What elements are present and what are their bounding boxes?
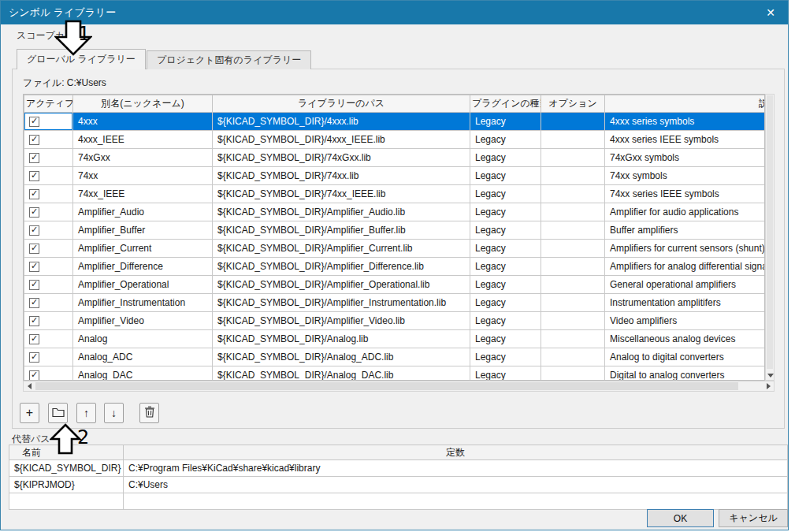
active-cell[interactable] — [24, 131, 73, 149]
library-path-cell[interactable]: ${KICAD_SYMBOL_DIR}/4xxx.lib — [213, 113, 470, 131]
active-cell[interactable] — [24, 240, 73, 258]
active-cell[interactable] — [24, 167, 73, 185]
nickname-cell[interactable]: Analog — [73, 330, 213, 348]
path-name-cell[interactable]: ${KICAD_SYMBOL_DIR} — [9, 460, 124, 477]
options-cell[interactable] — [541, 240, 605, 258]
library-row[interactable]: 4xxx${KICAD_SYMBOL_DIR}/4xxx.libLegacy4x… — [24, 113, 766, 131]
active-checkbox[interactable] — [29, 117, 39, 127]
library-path-cell[interactable]: ${KICAD_SYMBOL_DIR}/74xx_IEEE.lib — [213, 185, 470, 203]
active-checkbox[interactable] — [29, 352, 39, 363]
path-row[interactable]: ${KIPRJMOD}C:¥Users — [9, 477, 788, 493]
add-library-button[interactable]: + — [20, 403, 39, 423]
options-cell[interactable] — [541, 276, 605, 294]
plugin-type-cell[interactable]: Legacy — [470, 149, 541, 167]
library-row[interactable]: Amplifier_Difference${KICAD_SYMBOL_DIR}/… — [24, 258, 766, 276]
library-row[interactable]: 74xx_IEEE${KICAD_SYMBOL_DIR}/74xx_IEEE.l… — [24, 185, 766, 203]
description-cell[interactable]: 4xxx series symbols — [605, 113, 766, 131]
active-cell[interactable] — [24, 294, 73, 312]
col-header-options[interactable]: オプション — [541, 95, 605, 113]
active-cell[interactable] — [24, 366, 73, 381]
options-cell[interactable] — [541, 131, 605, 149]
nickname-cell[interactable]: 4xxx_IEEE — [73, 131, 213, 149]
active-cell[interactable] — [24, 221, 73, 240]
library-path-cell[interactable]: ${KICAD_SYMBOL_DIR}/74xGxx.lib — [213, 149, 470, 167]
library-path-cell[interactable]: ${KICAD_SYMBOL_DIR}/Amplifier_Buffer.lib — [213, 221, 470, 240]
plugin-type-cell[interactable]: Legacy — [470, 185, 541, 203]
scroll-left-icon[interactable] — [25, 383, 33, 389]
active-checkbox[interactable] — [29, 171, 39, 181]
library-row[interactable]: Amplifier_Buffer${KICAD_SYMBOL_DIR}/Ampl… — [24, 221, 766, 240]
active-cell[interactable] — [24, 113, 73, 131]
library-path-cell[interactable]: ${KICAD_SYMBOL_DIR}/4xxx_IEEE.lib — [213, 131, 470, 149]
plugin-type-cell[interactable]: Legacy — [470, 330, 541, 348]
path-row[interactable]: ${KICAD_SYMBOL_DIR}C:¥Program Files¥KiCa… — [9, 460, 788, 477]
active-cell[interactable] — [24, 312, 73, 330]
active-checkbox[interactable] — [29, 189, 39, 199]
description-cell[interactable]: Instrumentation amplitifers — [605, 294, 766, 312]
options-cell[interactable] — [541, 348, 605, 366]
description-cell[interactable]: 74xx symbols — [605, 167, 766, 185]
library-row[interactable]: Amplifier_Instrumentation${KICAD_SYMBOL_… — [24, 294, 766, 312]
description-cell[interactable]: 74xGxx symbols — [605, 149, 766, 167]
library-path-cell[interactable]: ${KICAD_SYMBOL_DIR}/74xx.lib — [213, 167, 470, 185]
plugin-type-cell[interactable]: Legacy — [470, 167, 541, 185]
browse-libraries-button[interactable] — [48, 403, 68, 423]
library-row[interactable]: 74xx${KICAD_SYMBOL_DIR}/74xx.libLegacy74… — [24, 167, 766, 185]
delete-library-button[interactable] — [139, 403, 159, 423]
vertical-scrollbar[interactable] — [765, 94, 775, 381]
options-cell[interactable] — [541, 149, 605, 167]
nickname-cell[interactable]: 74xGxx — [73, 149, 213, 167]
nickname-cell[interactable]: Analog_ADC — [73, 348, 213, 366]
active-checkbox[interactable] — [29, 316, 39, 326]
horizontal-scrollbar[interactable] — [23, 381, 775, 392]
nickname-cell[interactable]: Amplifier_Instrumentation — [73, 294, 213, 312]
active-cell[interactable] — [24, 185, 73, 203]
active-checkbox[interactable] — [29, 135, 39, 145]
path-value-cell[interactable]: C:¥Program Files¥KiCad¥share¥kicad¥libra… — [124, 460, 788, 477]
description-cell[interactable]: Amplifier for audio applications — [605, 203, 766, 221]
active-cell[interactable] — [24, 149, 73, 167]
path-name-cell[interactable]: ${KIPRJMOD} — [9, 477, 124, 493]
cancel-button[interactable]: キャンセル — [719, 509, 788, 527]
library-row[interactable]: Amplifier_Operational${KICAD_SYMBOL_DIR}… — [24, 276, 766, 294]
library-row[interactable]: Analog_DAC${KICAD_SYMBOL_DIR}/Analog_DAC… — [24, 366, 766, 381]
nickname-cell[interactable]: Analog_DAC — [73, 366, 213, 381]
library-path-cell[interactable]: ${KICAD_SYMBOL_DIR}/Amplifier_Difference… — [213, 258, 470, 276]
library-path-cell[interactable]: ${KICAD_SYMBOL_DIR}/Amplifier_Video.lib — [213, 312, 470, 330]
plugin-type-cell[interactable]: Legacy — [470, 366, 541, 381]
active-checkbox[interactable] — [29, 207, 39, 218]
description-cell[interactable]: Digital to analog converters — [605, 366, 766, 381]
description-cell[interactable]: Analog to digital converters — [605, 348, 766, 366]
description-cell[interactable]: 4xxx series IEEE symbols — [605, 131, 766, 149]
nickname-cell[interactable]: 74xx_IEEE — [73, 185, 213, 203]
library-path-cell[interactable]: ${KICAD_SYMBOL_DIR}/Amplifier_Audio.lib — [213, 203, 470, 221]
ok-button[interactable]: OK — [647, 509, 714, 527]
nickname-cell[interactable]: Amplifier_Current — [73, 240, 213, 258]
options-cell[interactable] — [541, 294, 605, 312]
options-cell[interactable] — [541, 113, 605, 131]
library-path-cell[interactable]: ${KICAD_SYMBOL_DIR}/Amplifier_Instrument… — [213, 294, 470, 312]
vertical-scrollbar-thumb[interactable] — [767, 95, 773, 369]
col-header-constant[interactable]: 定数 — [124, 445, 788, 460]
active-checkbox[interactable] — [29, 280, 39, 290]
library-path-cell[interactable]: ${KICAD_SYMBOL_DIR}/Amplifier_Current.li… — [213, 240, 470, 258]
library-row[interactable]: Amplifier_Audio${KICAD_SYMBOL_DIR}/Ampli… — [24, 203, 766, 221]
plugin-type-cell[interactable]: Legacy — [470, 312, 541, 330]
active-checkbox[interactable] — [29, 153, 39, 163]
options-cell[interactable] — [541, 221, 605, 240]
active-cell[interactable] — [24, 348, 73, 366]
scroll-right-icon[interactable] — [764, 383, 772, 389]
move-down-button[interactable]: ↓ — [104, 403, 124, 423]
description-cell[interactable]: General operational amplifiers — [605, 276, 766, 294]
path-row[interactable] — [9, 493, 788, 510]
plugin-type-cell[interactable]: Legacy — [470, 221, 541, 240]
plugin-type-cell[interactable]: Legacy — [470, 258, 541, 276]
nickname-cell[interactable]: Amplifier_Buffer — [73, 221, 213, 240]
options-cell[interactable] — [541, 312, 605, 330]
col-header-nickname[interactable]: 別名(ニックネーム) — [73, 95, 213, 113]
active-checkbox[interactable] — [29, 370, 39, 381]
path-name-cell[interactable] — [9, 493, 124, 510]
library-path-cell[interactable]: ${KICAD_SYMBOL_DIR}/Analog.lib — [213, 330, 470, 348]
nickname-cell[interactable]: 74xx — [73, 167, 213, 185]
options-cell[interactable] — [541, 203, 605, 221]
